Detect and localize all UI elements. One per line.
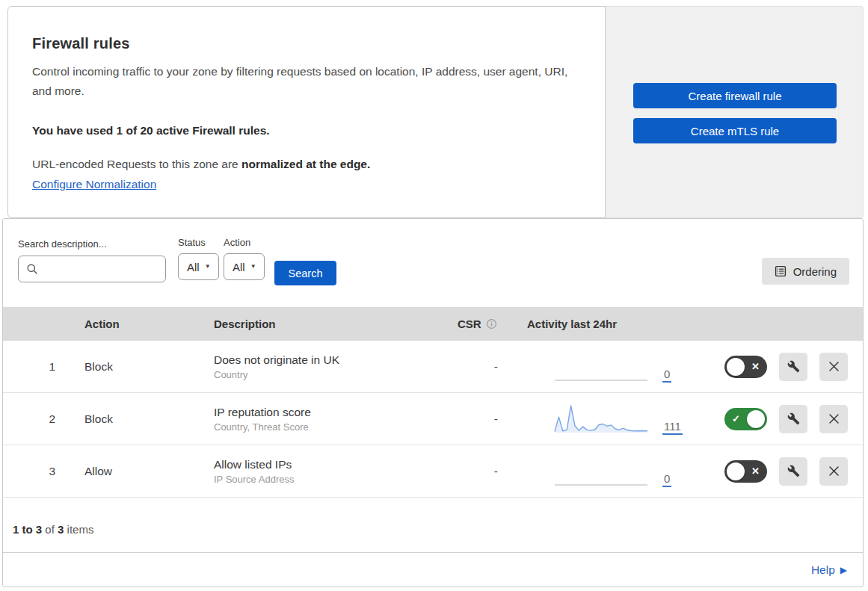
row-action: Block	[76, 412, 205, 426]
activity-sparkline	[553, 402, 649, 435]
row-description: IP reputation score	[214, 406, 444, 419]
items-count: 1 to 3 of 3 items	[3, 498, 863, 552]
row-action: Block	[76, 360, 205, 374]
caret-down-icon: ▼	[250, 264, 256, 270]
intro-description: Control incoming traffic to your zone by…	[32, 62, 574, 101]
header-action: Action	[76, 318, 205, 330]
create-mtls-rule-button[interactable]: Create mTLS rule	[633, 118, 837, 143]
close-icon	[828, 361, 840, 372]
enable-toggle[interactable]: ✓	[724, 408, 767, 430]
toggle-state-icon: ✕	[751, 362, 760, 371]
top-section: Firewall rules Control incoming traffic …	[7, 6, 864, 218]
status-label: Status	[178, 237, 219, 248]
row-description: Does not originate in UK	[214, 353, 444, 367]
ordering-icon	[775, 265, 787, 277]
row-index: 1	[3, 360, 76, 374]
row-criteria: Country, Threat Score	[214, 421, 444, 433]
activity-count-link[interactable]: 0	[662, 368, 671, 383]
page-title: Firewall rules	[32, 35, 575, 52]
toggle-knob	[747, 410, 765, 428]
help-label: Help	[811, 563, 835, 577]
action-dropdown[interactable]: All ▼	[224, 253, 265, 280]
table-row: 1 Block Does not originate in UK Country…	[3, 341, 863, 393]
configure-normalization-link[interactable]: Configure Normalization	[32, 178, 156, 191]
info-icon[interactable]	[486, 318, 497, 329]
status-dropdown[interactable]: All ▼	[178, 253, 219, 280]
status-dropdown-value: All	[187, 261, 200, 273]
wrench-button[interactable]	[779, 405, 807, 433]
rules-panel: Search description... Status All ▼ Actio…	[2, 218, 864, 587]
activity-count-link[interactable]: 111	[662, 420, 683, 435]
ordering-button[interactable]: Ordering	[762, 258, 849, 285]
search-icon	[26, 263, 38, 275]
row-csr: -	[444, 465, 519, 478]
wrench-button[interactable]	[779, 353, 807, 381]
toggle-state-icon: ✓	[732, 414, 740, 424]
usage-summary: You have used 1 of 20 active Firewall ru…	[32, 124, 575, 137]
ordering-button-label: Ordering	[793, 265, 837, 278]
caret-down-icon: ▼	[205, 264, 211, 270]
normalization-text: URL-encoded Requests to this zone are	[32, 158, 241, 170]
table-row: 3 Allow Allow listed IPs IP Source Addre…	[3, 445, 863, 498]
enable-toggle[interactable]: ✕	[724, 356, 767, 378]
delete-button[interactable]	[819, 405, 848, 433]
intro-card: Firewall rules Control incoming traffic …	[7, 6, 606, 218]
table-header: Action Description CSR Activity last 24h…	[3, 307, 863, 341]
row-index: 2	[3, 412, 76, 426]
header-csr: CSR	[458, 318, 481, 330]
search-button[interactable]: Search	[274, 261, 336, 285]
row-criteria: Country	[214, 369, 444, 380]
help-arrow-icon: ▶	[840, 566, 847, 575]
cta-panel: Create firewall rule Create mTLS rule	[606, 6, 864, 218]
wrench-button[interactable]	[779, 457, 807, 486]
delete-button[interactable]	[819, 353, 848, 381]
items-range: 1 to 3	[13, 523, 42, 536]
row-csr: -	[444, 360, 519, 374]
close-icon	[828, 465, 840, 477]
table-body: 1 Block Does not originate in UK Country…	[3, 341, 863, 498]
toggle-knob	[727, 358, 745, 376]
search-input[interactable]	[18, 256, 166, 282]
row-index: 3	[3, 465, 76, 478]
help-row: Help ▶	[3, 552, 863, 587]
row-criteria: IP Source Address	[214, 474, 444, 485]
row-action: Allow	[76, 465, 205, 478]
wrench-icon	[787, 412, 800, 425]
toggle-knob	[727, 462, 745, 480]
activity-count-link[interactable]: 0	[662, 472, 671, 487]
header-activity: Activity last 24hr	[519, 318, 706, 330]
normalization-note: URL-encoded Requests to this zone are no…	[32, 158, 575, 171]
action-filter-label: Action	[224, 237, 265, 248]
normalization-bold-text: normalized at the edge.	[241, 158, 370, 170]
close-icon	[828, 413, 840, 424]
row-csr: -	[444, 412, 519, 426]
delete-button[interactable]	[819, 457, 848, 486]
search-description-label: Search description...	[18, 238, 166, 250]
help-link[interactable]: Help ▶	[811, 563, 847, 577]
enable-toggle[interactable]: ✕	[724, 460, 767, 483]
row-description: Allow listed IPs	[214, 458, 444, 471]
activity-sparkline	[553, 350, 649, 383]
wrench-icon	[787, 465, 800, 477]
toggle-state-icon: ✕	[751, 466, 760, 476]
activity-sparkline	[553, 454, 649, 487]
filter-bar: Search description... Status All ▼ Actio…	[3, 219, 863, 307]
action-dropdown-value: All	[233, 261, 245, 273]
header-description: Description	[205, 318, 444, 330]
table-row: 2 Block IP reputation score Country, Thr…	[3, 393, 863, 445]
wrench-icon	[787, 360, 800, 373]
create-firewall-rule-button[interactable]: Create firewall rule	[633, 83, 837, 108]
